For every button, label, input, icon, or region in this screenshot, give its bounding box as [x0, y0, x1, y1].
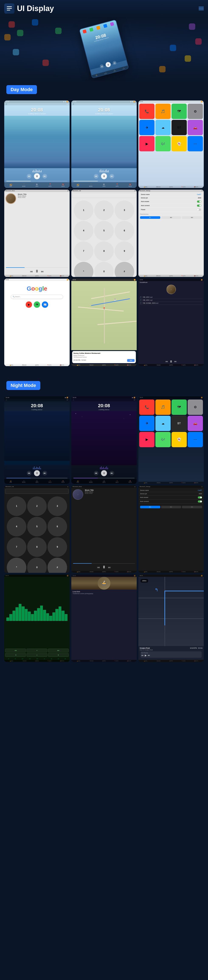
night-waveform: [4, 465, 69, 469]
day-local-music-screen: 12:50📶 SocialMusic ♪ 🎵 华夏_任我行.mp3 🎵 华夏_任…: [139, 278, 204, 366]
more-app[interactable]: ⋯: [188, 136, 203, 151]
settings-app[interactable]: ⚙: [188, 103, 203, 119]
bt-device-3[interactable]: BT3: [182, 216, 202, 219]
night-map: ↰ 200m: [139, 577, 204, 646]
bt-device-1[interactable]: BT1: [140, 216, 160, 219]
youtube-app-night[interactable]: ▶: [139, 432, 154, 447]
waze-app[interactable]: 🚗: [188, 120, 203, 135]
nav-btn-3[interactable]: ▶▶: [48, 649, 69, 652]
night-play-icon[interactable]: ⏸: [102, 565, 106, 570]
play-icon[interactable]: ⏸: [35, 269, 39, 274]
phone-app[interactable]: 📞: [139, 103, 154, 119]
auto-answer-toggle[interactable]: [197, 200, 201, 203]
prev-btn[interactable]: ⏮: [27, 471, 32, 476]
phone-app-night[interactable]: 📞: [139, 399, 154, 415]
day-screenshots-grid: 10:03▶ ◀ 📶 🎵 BT 20:08 A drifting silence…: [4, 100, 204, 366]
next-icon[interactable]: ⏭: [41, 270, 44, 273]
play-btn[interactable]: ⏸: [34, 173, 40, 179]
nav-btn-4[interactable]: ◀: [5, 653, 26, 657]
not-playing-prev[interactable]: ⏮: [141, 654, 143, 657]
night-bt-music-screen: Bluetooth_Music✕ ♪ Music Title Music Alb…: [71, 485, 137, 573]
player-controls: ⏮ ⏸ ⏭: [4, 172, 69, 180]
shortcut-2[interactable]: 🗺: [34, 301, 40, 308]
telegram-app[interactable]: ✈: [139, 120, 154, 135]
nav-road-name: Gonglue Road: [140, 647, 150, 649]
nav-btn-5[interactable]: ▲: [27, 653, 47, 657]
prev-btn[interactable]: ⏮: [27, 174, 32, 178]
next-btn[interactable]: ⏭: [43, 471, 47, 476]
day-mode-screenshots: 10:03▶ ◀ 📶 🎵 BT 20:08 A drifting silence…: [0, 98, 208, 371]
local-prev-btn[interactable]: ⏮: [165, 360, 168, 363]
page-title: UI Display: [17, 4, 54, 13]
play-btn[interactable]: ⏸: [101, 173, 107, 179]
prev-icon[interactable]: ⏮: [30, 270, 33, 273]
flower-toggle[interactable]: [197, 208, 201, 211]
music-list: 🎵 华夏_任我行.mp3 🎵 华夏_任我行.mp3 🎵 华夏_佳佳视频_龙卷风.…: [139, 295, 204, 359]
night-auto-answer[interactable]: Auto answer: [139, 496, 203, 500]
night-auto-connect[interactable]: Auto connect: [139, 500, 203, 504]
night-apps-screen: 18:44📶 📞 🎵 🗺 ⚙ ✈ ☁ BT 🚗: [139, 396, 204, 484]
bt-device-2[interactable]: BT2: [161, 216, 181, 219]
next-btn[interactable]: ⏭: [110, 174, 114, 178]
next-btn[interactable]: ⏭: [43, 174, 47, 178]
music-app[interactable]: 🎵: [155, 103, 171, 119]
day-bt-music-screen: Bluetooth_Music✕ ♪ Music Title Music Alb…: [4, 190, 69, 277]
nav-btn-6[interactable]: ▶: [48, 653, 69, 657]
music-list-item[interactable]: 🎵 华夏_任我行.mp3: [140, 296, 202, 299]
bottom-tabs: 📻DIAL 🎵MUSIC ⚙APPS 📍AUTO 🔇MUTE: [4, 182, 69, 188]
music-list-item[interactable]: 🎵 华夏_佳佳视频_龙卷风.mp3: [140, 302, 202, 305]
auto-connect-toggle[interactable]: [197, 205, 201, 207]
telegram-app-night[interactable]: ✈: [139, 416, 154, 431]
maps-app-night[interactable]: 🗺: [172, 399, 187, 415]
settings-app-night[interactable]: ⚙: [188, 399, 203, 415]
artist-name: Music Artist: [18, 197, 68, 198]
night-bt-3[interactable]: BT3: [182, 506, 202, 508]
status-bar: 10:03▶ ◀ 📶: [71, 100, 137, 103]
bt-app[interactable]: BT: [172, 120, 187, 135]
day-map-screen: 10:19📶 📍 ☕ Sunn: [71, 278, 137, 366]
weather-app-night[interactable]: ☁: [155, 416, 171, 431]
weather-app[interactable]: ☁: [155, 120, 171, 135]
shortcut-1[interactable]: ▶: [26, 301, 32, 308]
night-prev-icon[interactable]: ⏮: [97, 566, 100, 569]
google-search-bar[interactable]: 🔍 Search...: [11, 294, 63, 299]
auto-connect-row[interactable]: Auto connect: [139, 204, 203, 208]
not-playing-play[interactable]: ▶: [145, 654, 147, 657]
snapchat-app-night[interactable]: 👻: [172, 432, 187, 447]
go-button[interactable]: GO: [127, 359, 135, 362]
local-play-btn[interactable]: ⏸: [170, 360, 173, 363]
bt-app-night[interactable]: BT: [172, 416, 187, 431]
night-player-controls: ⏮ ⏸ ⏭: [4, 469, 69, 477]
prev-btn[interactable]: ⏮: [94, 471, 98, 476]
nav-btn-2[interactable]: ▼: [27, 649, 47, 652]
music-list-item[interactable]: 🎵 华夏_任我行.mp3: [140, 299, 202, 302]
night-mode-badge: Night Mode: [6, 381, 40, 390]
shortcut-3[interactable]: 📰: [42, 301, 48, 308]
nav-btn-1[interactable]: ◀◀: [5, 649, 26, 652]
local-next-btn[interactable]: ⏭: [174, 360, 177, 363]
play-btn[interactable]: ⏸: [34, 470, 40, 476]
snapchat-app[interactable]: 👻: [172, 136, 187, 151]
audio-waveform: [71, 168, 137, 172]
night-bt-settings-screen: Bluetooth_Settings✕ Device nameCarBT Dev…: [139, 485, 204, 573]
night-bt-2[interactable]: BT2: [161, 506, 181, 508]
music-app-night[interactable]: 🎵: [155, 399, 171, 415]
prev-btn[interactable]: ⏮: [94, 174, 98, 178]
auto-answer-row[interactable]: Auto answer: [139, 200, 203, 204]
night-bt-1[interactable]: BT1: [140, 506, 160, 508]
hamburger-menu-icon[interactable]: [199, 6, 204, 11]
day-bt-settings-screen: Bluetooth_Settings✕ Device nameCarBT Dev…: [139, 190, 204, 277]
play-btn[interactable]: ⏸: [101, 470, 107, 476]
spotify-app-night[interactable]: 🎶: [155, 432, 171, 447]
night-next-icon[interactable]: ⏭: [108, 566, 111, 569]
night-nav-screen: 08:01📶 ↰ 200m: [139, 574, 204, 662]
spotify-app[interactable]: 🎶: [155, 136, 171, 151]
maps-app[interactable]: 🗺: [172, 103, 187, 119]
night-status-bar-2: 18:44▶ 📶: [71, 396, 137, 399]
not-playing-next[interactable]: ⏭: [148, 654, 150, 657]
waze-app-night[interactable]: 🚗: [188, 416, 203, 431]
more-app-night[interactable]: ⋯: [188, 432, 203, 447]
device-pin-row: Device pin0000: [139, 196, 203, 200]
youtube-app[interactable]: ▶: [139, 136, 154, 151]
next-btn[interactable]: ⏭: [110, 471, 114, 476]
